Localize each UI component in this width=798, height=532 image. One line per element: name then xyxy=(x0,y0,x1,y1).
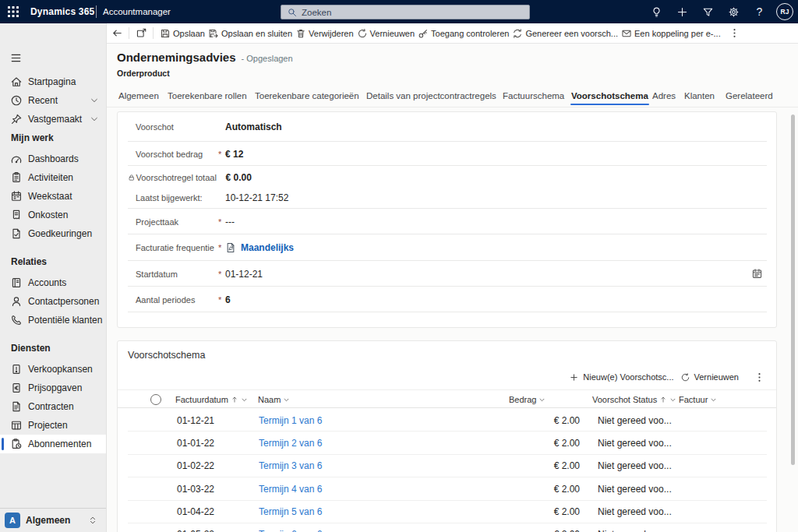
command-genereer-een-voorsch[interactable]: Genereer een voorsch... xyxy=(510,23,620,44)
tab-adres[interactable]: Adres xyxy=(652,84,676,107)
field-value[interactable]: 01-12-21 xyxy=(225,269,263,280)
subgrid-refresh-button[interactable]: Vernieuwen xyxy=(677,367,743,387)
projects-icon xyxy=(10,419,23,432)
sidebar-item-contracten[interactable]: Contracten xyxy=(0,397,106,416)
sidebar-item-dashboards[interactable]: Dashboards xyxy=(0,150,106,168)
sidebar-item-goedkeuringen[interactable]: Goedkeuringen xyxy=(0,224,106,243)
tab-factuurschema[interactable]: Factuurschema xyxy=(503,84,564,107)
cell-bedrag: € 2.00 xyxy=(509,501,580,523)
cell-naam-link[interactable]: Termijn 1 van 6 xyxy=(259,409,322,432)
sidebar-item-accounts[interactable]: Accounts xyxy=(0,273,106,292)
command-opslaan-en-sluiten[interactable]: Opslaan en sluiten xyxy=(207,23,294,44)
field-value[interactable]: Maandelijks xyxy=(225,242,294,253)
open-form-button[interactable] xyxy=(131,23,151,44)
plus-icon[interactable] xyxy=(669,0,695,23)
table-row[interactable]: 01-12-21Termijn 1 van 6€ 2.00Niet gereed… xyxy=(118,409,776,432)
cell-naam-link[interactable]: Termijn 3 van 6 xyxy=(259,455,322,477)
field-value-text: € 12 xyxy=(225,149,243,160)
vertical-scrollbar[interactable] xyxy=(791,115,795,465)
search-placeholder: Zoeken xyxy=(302,8,331,17)
gear-icon xyxy=(728,6,740,18)
cell-naam-link[interactable]: Termijn 4 van 6 xyxy=(259,477,322,500)
command-label: Verwijderen xyxy=(309,29,353,38)
back-button[interactable] xyxy=(107,23,127,44)
table-row[interactable]: 01-03-22Termijn 4 van 6€ 2.00Niet gereed… xyxy=(118,477,776,500)
search-input[interactable]: Zoeken xyxy=(281,5,530,19)
required-asterisk: * xyxy=(215,217,225,227)
tab-algemeen[interactable]: Algemeen xyxy=(118,84,159,107)
field-value-text: € 0.00 xyxy=(226,172,252,183)
sidebar-item-weekstaat[interactable]: Weekstaat xyxy=(0,187,106,206)
column-header-voorschot-status[interactable]: Voorschot Status xyxy=(592,390,676,409)
tab-details-van-projectcontractregels[interactable]: Details van projectcontractregels xyxy=(366,84,496,107)
required-asterisk: * xyxy=(215,150,225,159)
table-row[interactable]: 01-05-22Termijn 6 van 6€ 2.00Niet gereed… xyxy=(118,523,776,532)
avatar[interactable]: RJ xyxy=(776,3,793,20)
field-value[interactable]: --- xyxy=(225,217,235,227)
entity-icon xyxy=(225,242,236,253)
sidebar-item-contactpersonen[interactable]: Contactpersonen xyxy=(0,292,106,311)
command-label: Toegang controleren xyxy=(431,29,509,38)
command-verwijderen[interactable]: Verwijderen xyxy=(294,23,355,44)
sidebar-item-verkoopkansen[interactable]: Verkoopkansen xyxy=(0,360,106,379)
table-row[interactable]: 01-04-22Termijn 5 van 6€ 2.00Niet gereed… xyxy=(118,501,776,523)
sidebar-item-startpagina[interactable]: Startpagina xyxy=(0,72,106,91)
tab-voorschotschema[interactable]: Voorschotschema xyxy=(571,84,648,107)
lightbulb-icon[interactable] xyxy=(644,0,669,23)
field-value[interactable]: Automatisch xyxy=(225,122,282,132)
filter-icon[interactable] xyxy=(695,0,721,23)
column-header-bedrag[interactable]: Bedrag xyxy=(509,390,546,409)
cell-naam-link[interactable]: Termijn 6 van 6 xyxy=(259,523,322,532)
plus-icon xyxy=(569,372,579,382)
command-toegang-controleren[interactable]: Toegang controleren xyxy=(416,23,510,44)
waffle-icon[interactable] xyxy=(8,6,19,17)
tab-toerekenbare-rollen[interactable]: Toerekenbare rollen xyxy=(168,84,247,107)
gear-icon[interactable] xyxy=(721,0,747,23)
cell-naam-link[interactable]: Termijn 5 van 6 xyxy=(259,501,322,523)
tab-toerekenbare-categorie-n[interactable]: Toerekenbare categorieën xyxy=(255,84,359,107)
tab-gerelateerd[interactable]: Gerelateerd xyxy=(726,84,773,107)
area-switcher[interactable]: A Algemeen xyxy=(0,508,106,532)
top-navigation-bar: Dynamics 365 Accountmanager Zoeken ? RJ xyxy=(0,0,798,23)
sidebar-item-onkosten[interactable]: Onkosten xyxy=(0,206,106,224)
sidebar-item-prijsopgaven[interactable]: Prijsopgaven xyxy=(0,379,106,397)
command-vernieuwen[interactable]: Vernieuwen xyxy=(355,23,417,44)
entity-type-label: Orderproduct xyxy=(117,69,293,78)
sidebar-item-label: Startpagina xyxy=(28,76,76,87)
sidebar-item-projecten[interactable]: Projecten xyxy=(0,416,106,435)
cell-bedrag: € 2.00 xyxy=(509,432,580,454)
help-icon[interactable]: ? xyxy=(747,0,772,23)
command-bar-overflow-button[interactable] xyxy=(726,23,743,44)
sidebar-item-abonnementen[interactable]: Abonnementen xyxy=(0,435,106,453)
command-opslaan[interactable]: Opslaan xyxy=(158,23,207,44)
subgrid-new-button[interactable]: Nieuw(e) Voorschotsc... xyxy=(566,367,676,387)
table-row[interactable]: 01-02-22Termijn 3 van 6€ 2.00Niet gereed… xyxy=(118,455,776,477)
calendar-icon[interactable] xyxy=(751,268,763,280)
cell-voorschot-status: Niet gereed voo... xyxy=(598,501,672,523)
subgrid-overflow-button[interactable] xyxy=(751,367,767,387)
tab-klanten[interactable]: Klanten xyxy=(684,84,715,107)
expenses-icon xyxy=(10,209,23,221)
field-label: Projecttaak xyxy=(136,217,215,227)
sidebar-item-label: Dashboards xyxy=(28,153,79,164)
table-row[interactable]: 01-01-22Termijn 2 van 6€ 2.00Niet gereed… xyxy=(118,432,776,454)
field-value[interactable]: 6 xyxy=(225,294,231,305)
sidebar-item-recent[interactable]: Recent xyxy=(0,91,106,110)
cell-factuurdatum: 01-04-22 xyxy=(177,501,214,523)
app-name[interactable]: Accountmanager xyxy=(103,7,171,16)
form-field-facturatie-frequentie: Facturatie frequentie*Maandelijks xyxy=(128,234,767,261)
column-header-factuurdatum[interactable]: Factuurdatum xyxy=(175,390,248,409)
sidebar-item-vastgemaakt[interactable]: Vastgemaakt xyxy=(0,110,106,129)
command-een-koppeling-per-e[interactable]: Een koppeling per e-... xyxy=(620,23,722,44)
sidebar-item-activiteiten[interactable]: Activiteiten xyxy=(0,168,106,187)
field-label: Startdatum xyxy=(136,270,215,279)
field-value[interactable]: € 0.00 xyxy=(226,172,252,183)
field-value[interactable]: € 12 xyxy=(225,149,243,160)
sidebar-item-potenti-le-klanten[interactable]: Potentiële klanten xyxy=(0,311,106,329)
hamburger-menu-icon[interactable] xyxy=(10,53,22,63)
select-all-radio[interactable] xyxy=(150,394,161,405)
cell-naam-link[interactable]: Termijn 2 van 6 xyxy=(259,432,322,454)
column-header-label: Naam xyxy=(258,395,281,404)
column-header-factuur[interactable]: Factuur xyxy=(679,390,717,409)
column-header-naam[interactable]: Naam xyxy=(258,390,290,409)
